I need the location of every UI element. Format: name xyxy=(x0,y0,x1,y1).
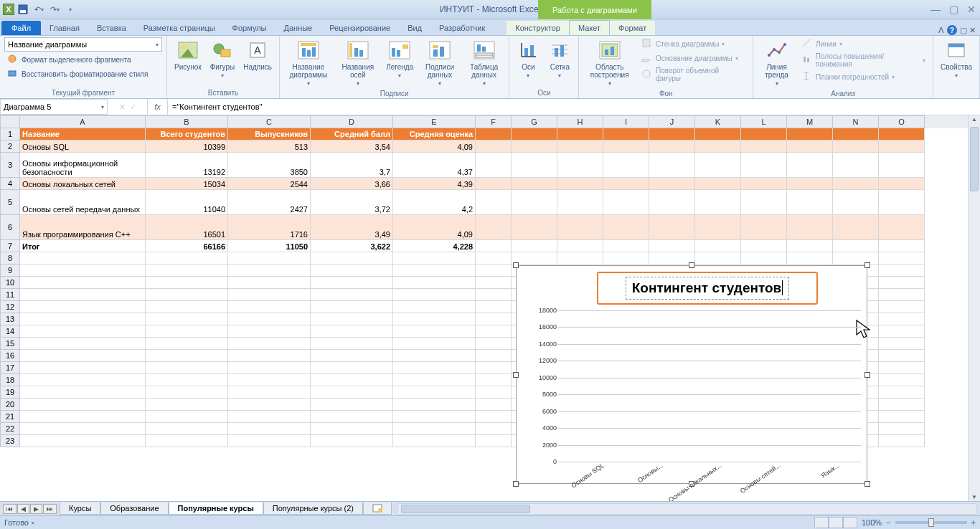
zoom-in-icon[interactable]: + xyxy=(971,518,976,527)
cell[interactable] xyxy=(146,325,228,338)
cell[interactable] xyxy=(146,423,228,435)
gridlines-button[interactable]: Сетка▾ xyxy=(545,37,574,80)
cell[interactable] xyxy=(20,374,146,386)
cell[interactable] xyxy=(476,240,512,252)
page-layout-view-icon[interactable] xyxy=(829,517,843,528)
cell[interactable] xyxy=(20,325,146,338)
tab-insert[interactable]: Вставка xyxy=(88,21,135,35)
cell[interactable] xyxy=(20,301,146,313)
cell[interactable] xyxy=(512,153,557,178)
cell[interactable] xyxy=(393,252,476,264)
cell[interactable] xyxy=(476,325,512,338)
cell[interactable] xyxy=(476,338,512,350)
data-labels-button[interactable]: Подписи данных▾ xyxy=(419,37,461,88)
cell[interactable]: 13192 xyxy=(146,153,228,178)
cell[interactable] xyxy=(311,386,393,399)
picture-button[interactable]: Рисунок xyxy=(171,37,204,72)
cell[interactable] xyxy=(228,362,311,374)
cell[interactable] xyxy=(476,140,512,153)
cell[interactable] xyxy=(695,128,741,140)
cell[interactable] xyxy=(512,190,557,215)
cell[interactable] xyxy=(649,128,695,140)
accept-formula-icon[interactable]: ✓ xyxy=(130,103,136,112)
cell[interactable] xyxy=(311,423,393,435)
cell[interactable] xyxy=(879,350,925,362)
zoom-out-icon[interactable]: − xyxy=(886,518,890,527)
cell[interactable] xyxy=(228,386,311,399)
cell[interactable]: 2544 xyxy=(228,178,311,190)
cell[interactable] xyxy=(228,374,311,386)
cell[interactable] xyxy=(741,190,787,215)
sheet-nav-last-icon[interactable]: ⏭ xyxy=(43,504,57,514)
format-selection-button[interactable]: Формат выделенного фрагмента xyxy=(4,53,151,66)
column-header[interactable]: J xyxy=(649,115,695,128)
column-header[interactable]: O xyxy=(879,115,925,128)
cell[interactable] xyxy=(311,362,393,374)
cell[interactable] xyxy=(393,399,476,411)
cell[interactable] xyxy=(393,362,476,374)
cell[interactable] xyxy=(476,128,512,140)
cell[interactable] xyxy=(741,178,787,190)
column-header[interactable]: E xyxy=(393,115,476,128)
reset-style-button[interactable]: Восстановить форматирование стиля xyxy=(4,67,151,80)
cancel-formula-icon[interactable]: ✕ xyxy=(119,103,126,112)
cell[interactable]: 513 xyxy=(228,140,311,153)
cell[interactable] xyxy=(476,399,512,411)
cell[interactable] xyxy=(146,289,228,301)
cell[interactable] xyxy=(649,240,695,252)
formula-input[interactable]: ="Контингент студентов" xyxy=(168,99,980,115)
cell[interactable] xyxy=(476,215,512,240)
cell[interactable] xyxy=(476,386,512,399)
embedded-chart[interactable]: Контингент студентов 0200040006000800010… xyxy=(516,265,867,484)
cell[interactable] xyxy=(146,338,228,350)
cell[interactable] xyxy=(603,128,649,140)
cell[interactable] xyxy=(20,386,146,399)
column-header[interactable]: K xyxy=(695,115,741,128)
cell[interactable] xyxy=(393,301,476,313)
axis-titles-button[interactable]: Названия осей▾ xyxy=(336,37,381,88)
cell[interactable] xyxy=(228,435,311,447)
cell[interactable] xyxy=(146,264,228,277)
cell[interactable] xyxy=(476,178,512,190)
cell[interactable] xyxy=(20,435,146,447)
cell[interactable] xyxy=(311,435,393,447)
cell[interactable] xyxy=(603,215,649,240)
cell[interactable] xyxy=(879,423,925,435)
cell[interactable] xyxy=(476,190,512,215)
cell[interactable] xyxy=(476,301,512,313)
cell[interactable]: 4,228 xyxy=(393,240,476,252)
cell[interactable]: Средняя оценка xyxy=(393,128,476,140)
axes-button[interactable]: Оси▾ xyxy=(514,37,542,80)
qat-customize-icon[interactable]: ▾ xyxy=(63,2,77,16)
cell[interactable] xyxy=(787,128,833,140)
cell[interactable] xyxy=(879,153,925,178)
cell[interactable] xyxy=(393,423,476,435)
fx-icon[interactable]: fx xyxy=(148,99,168,115)
restore-icon[interactable]: ▢ xyxy=(949,4,958,15)
cell[interactable]: Основы SQL xyxy=(20,140,146,153)
sheet-nav-prev-icon[interactable]: ◀ xyxy=(17,504,29,514)
cell[interactable] xyxy=(879,240,925,252)
cell[interactable] xyxy=(393,411,476,423)
cell[interactable] xyxy=(393,325,476,338)
horizontal-scrollbar[interactable] xyxy=(397,503,977,515)
cell[interactable] xyxy=(787,178,833,190)
cell[interactable]: 3,54 xyxy=(311,140,393,153)
cell[interactable] xyxy=(557,140,603,153)
cell[interactable] xyxy=(603,153,649,178)
sheet-tab[interactable]: Курсы xyxy=(60,502,100,515)
sheet-tab[interactable]: Популярные курсы xyxy=(169,502,263,515)
cell[interactable]: 11040 xyxy=(146,190,228,215)
cell[interactable] xyxy=(20,362,146,374)
cell[interactable]: Язык программирования C++ xyxy=(20,215,146,240)
row-header[interactable]: 7 xyxy=(0,240,20,252)
cell[interactable] xyxy=(393,386,476,399)
cell[interactable] xyxy=(311,350,393,362)
cell[interactable] xyxy=(557,153,603,178)
cell[interactable] xyxy=(311,338,393,350)
cell[interactable] xyxy=(603,240,649,252)
cell[interactable] xyxy=(311,252,393,264)
cell[interactable] xyxy=(557,128,603,140)
cell[interactable] xyxy=(20,264,146,277)
row-header[interactable]: 11 xyxy=(0,289,20,301)
